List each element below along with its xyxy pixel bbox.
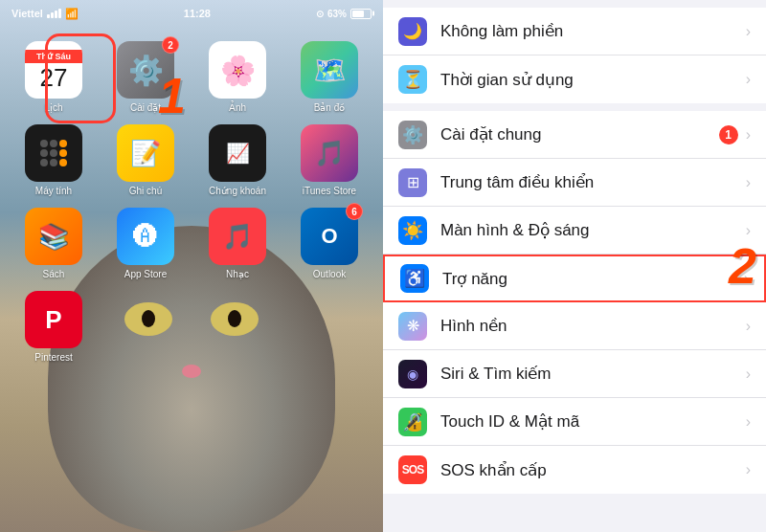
app-label-maytinh: Máy tính xyxy=(35,186,72,196)
chevron-icon: › xyxy=(746,126,751,144)
settings-item-tronang[interactable]: ♿ Trợ năng › xyxy=(383,255,766,302)
caidat-badge: 2 xyxy=(162,36,179,54)
settings-item-sos[interactable]: SOS SOS khẩn cấp › xyxy=(383,446,766,494)
calc-icon xyxy=(25,124,82,182)
remote-icon: ⊞ xyxy=(398,168,427,197)
settings-item-hinhnen[interactable]: ❋ Hình nền › xyxy=(383,302,766,350)
app-label-nhac: Nhạc xyxy=(226,269,249,279)
settings-item-caidatchung[interactable]: ⚙️ Cài đặt chung 1 › xyxy=(383,111,766,159)
hinhnen-right: › xyxy=(746,318,751,335)
manhinh-label: Màn hình & Độ sáng xyxy=(440,220,746,240)
signal-bar-4 xyxy=(58,9,61,18)
trungtam-label: Trung tâm điều khiển xyxy=(440,172,746,192)
status-bar: Viettel 📶 11:28 ⊙ 63% xyxy=(0,0,383,27)
thoigian-right: › xyxy=(746,71,751,88)
settings-item-manhinh[interactable]: ☀️ Màn hình & Độ sáng › xyxy=(383,207,766,255)
app-label-sach: Sách xyxy=(43,269,65,279)
annotation-number-2: 2 xyxy=(729,237,756,295)
touchid-right: › xyxy=(746,413,751,431)
settings-item-siri[interactable]: ◉ Siri & Tìm kiếm › xyxy=(383,350,766,398)
hinhnen-label: Hình nền xyxy=(440,316,746,336)
chevron-icon: › xyxy=(746,174,751,191)
sach-icon: 📚 xyxy=(25,208,82,265)
touchid-label: Touch ID & Mật mã xyxy=(440,411,746,432)
app-photos[interactable]: 🌸 Ảnh xyxy=(195,41,280,113)
status-right: ⊙ 63% xyxy=(316,9,372,19)
ghichu-icon: 📝 xyxy=(117,124,174,182)
photos-icon: 🌸 xyxy=(209,41,266,99)
brightness-icon: ☀️ xyxy=(398,216,427,245)
app-label-bando: Bản đồ xyxy=(314,102,346,113)
app-itunes[interactable]: 🎵 iTunes Store xyxy=(287,124,372,196)
chevron-icon: › xyxy=(746,413,751,431)
chevron-icon: › xyxy=(746,71,751,88)
tronang-label: Trợ năng xyxy=(442,269,744,289)
settings-highlight-border xyxy=(45,33,116,123)
app-appstore[interactable]: 🅐 App Store xyxy=(103,208,188,279)
calc-btn-1 xyxy=(40,140,48,147)
settings-item-thoigian[interactable]: ⏳ Thời gian sử dụng › xyxy=(383,55,766,103)
battery-fill xyxy=(352,11,364,17)
chevron-icon: › xyxy=(746,222,751,239)
settings-item-touchid[interactable]: 🔏 Touch ID & Mật mã › xyxy=(383,398,766,446)
settings-group-2: ⚙️ Cài đặt chung 1 › ⊞ Trung tâm điều kh… xyxy=(383,111,766,494)
settings-item-khonglam[interactable]: 🌙 Không làm phiền › xyxy=(383,8,766,55)
wallpaper-icon: ❋ xyxy=(398,312,427,341)
music-symbol: 🎵 xyxy=(222,222,253,252)
khonglam-label: Không làm phiền xyxy=(440,21,746,41)
signal-bar-1 xyxy=(47,14,50,18)
trungtam-right: › xyxy=(746,174,751,191)
calc-btn-6 xyxy=(59,149,67,157)
accessibility-icon: ♿ xyxy=(400,264,429,293)
maps-icon: 🗺️ xyxy=(301,41,358,99)
itunes-symbol: 🎵 xyxy=(314,139,345,168)
app-label-caidat: Cài đặt xyxy=(130,102,161,113)
app-label-chungkhoan: Chứng khoán xyxy=(209,186,266,196)
notes-symbol: 📝 xyxy=(130,139,161,168)
thoigian-label: Thời gian sử dụng xyxy=(440,70,746,90)
settings-item-trungtam[interactable]: ⊞ Trung tâm điều khiển › xyxy=(383,159,766,207)
app-outlook[interactable]: O 6 Outlook xyxy=(287,208,372,279)
chevron-icon: › xyxy=(746,461,751,478)
settings-panel: 🌙 Không làm phiền › ⏳ Thời gian sử dụng … xyxy=(383,0,766,532)
flower-icon: 🌸 xyxy=(220,54,256,87)
app-label-ghichu: Ghi chú xyxy=(129,186,162,196)
pinterest-symbol: P xyxy=(45,305,61,335)
app-label-pinterest: Pinterest xyxy=(34,352,72,363)
appstore-icon: 🅐 xyxy=(117,208,174,265)
calc-buttons xyxy=(36,136,71,170)
status-left: Viettel 📶 xyxy=(11,8,79,20)
app-ghichu[interactable]: 📝 Ghi chú xyxy=(103,124,188,196)
app-label-outlook: Outlook xyxy=(313,269,346,279)
siri-label: Siri & Tìm kiếm xyxy=(440,364,746,384)
time-label: 11:28 xyxy=(184,8,211,19)
caidatchung-right: 1 › xyxy=(719,125,751,144)
nhac-icon: 🎵 xyxy=(209,208,266,265)
app-bando[interactable]: 🗺️ Bản đồ xyxy=(287,41,372,113)
calc-btn-5 xyxy=(50,149,57,157)
annotation-number-1: 1 xyxy=(158,67,186,124)
itunes-icon: 🎵 xyxy=(301,124,358,182)
battery-percent: 63% xyxy=(327,9,347,19)
chevron-icon: › xyxy=(746,366,751,383)
app-nhac[interactable]: 🎵 Nhạc xyxy=(195,208,280,279)
signal-bar-2 xyxy=(51,12,54,18)
app-label-appstore: App Store xyxy=(124,269,167,279)
khonglam-right: › xyxy=(746,23,751,40)
app-pinterest[interactable]: P Pinterest xyxy=(11,291,96,363)
outlook-badge: 6 xyxy=(346,203,363,220)
moon-icon: 🌙 xyxy=(398,17,427,46)
hourglass-icon: ⏳ xyxy=(398,65,427,94)
location-icon: ⊙ xyxy=(316,9,324,19)
carrier-label: Viettel xyxy=(11,8,43,19)
app-chungkhoan[interactable]: 📈 Chứng khoán xyxy=(195,124,280,196)
calc-btn-9 xyxy=(59,159,67,166)
app-sach[interactable]: 📚 Sách xyxy=(11,208,96,279)
siri-right: › xyxy=(746,366,751,383)
outlook-icon: O 6 xyxy=(301,208,358,265)
map-symbol: 🗺️ xyxy=(313,55,347,86)
signal-bars xyxy=(47,9,61,18)
app-label-itunes: iTunes Store xyxy=(303,186,356,196)
app-maytinh[interactable]: Máy tính xyxy=(11,124,96,196)
wifi-icon: 📶 xyxy=(65,8,79,20)
